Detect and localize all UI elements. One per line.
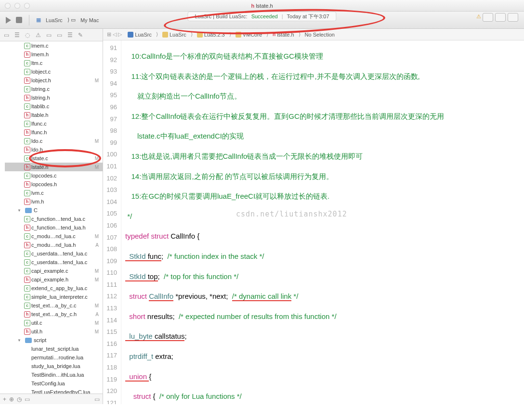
navigator-sidebar: ▭☰◌⚠▭▭☰✎ clmem.chlmem.hcltm.cclobject.ch… <box>0 29 103 404</box>
file-type-icon: h <box>24 129 30 136</box>
file-row[interactable]: hlopcodes.h <box>5 180 103 189</box>
file-row[interactable]: clvm.c <box>5 189 103 197</box>
file-row[interactable]: hlstring.h <box>5 93 103 102</box>
file-row[interactable]: cc_function…tend_lua.c <box>5 215 103 223</box>
file-row[interactable]: cutil.cM <box>5 318 103 327</box>
file-row[interactable]: hldo.h <box>5 145 103 154</box>
folder-icon <box>236 32 241 38</box>
window-title: lstate.h <box>256 3 273 9</box>
folder-row[interactable]: C <box>5 206 103 215</box>
file-row[interactable]: cc_modu…nd_lua.cM <box>5 232 103 241</box>
navigator-tabs[interactable]: ▭☰◌⚠▭▭☰✎ <box>0 29 103 41</box>
file-type-icon: c <box>24 320 30 326</box>
sidebar-bottom-bar[interactable]: +⊕◷▭▭ <box>0 394 103 404</box>
file-row[interactable]: hlvm.h <box>5 197 103 206</box>
file-type-icon: c <box>24 285 30 292</box>
file-type-icon: c <box>24 251 30 257</box>
file-type-icon: c <box>24 294 30 300</box>
file-type-icon: h <box>24 112 30 118</box>
file-row[interactable]: lunar_test_script.lua <box>5 344 103 353</box>
file-row[interactable]: cltablib.c <box>5 102 103 111</box>
panel-toggles[interactable] <box>483 13 518 22</box>
file-row[interactable]: hlfunc.h <box>5 128 103 137</box>
device-icon: ⟩ ▭ <box>67 17 76 23</box>
file-row[interactable]: clopcodes.c <box>5 171 103 180</box>
file-row[interactable]: hc_function…tend_lua.h <box>5 223 103 232</box>
file-row[interactable]: clobject.c <box>5 67 103 76</box>
header-file-icon: h <box>273 32 275 37</box>
file-type-icon: c <box>24 60 30 66</box>
file-row[interactable]: clfunc.c <box>5 119 103 128</box>
file-type-icon: c <box>24 216 30 222</box>
file-type-icon: h <box>24 164 30 170</box>
file-row[interactable]: TestConfig.lua <box>5 379 103 388</box>
file-type-icon: c <box>24 103 30 110</box>
scheme-name[interactable]: LuaSrc <box>46 17 63 23</box>
file-type-icon: c <box>24 138 30 144</box>
file-row[interactable]: hc_modu…nd_lua.hA <box>5 241 103 249</box>
file-row[interactable]: cltm.c <box>5 59 103 67</box>
file-row[interactable]: ctest_ext…a_by_c.cM <box>5 301 103 310</box>
jump-bar[interactable]: ⊞ ◁ ▷ LuaSrc LuaSrc Lua5.2.3 VMCore hlst… <box>103 29 524 40</box>
project-icon <box>128 32 133 38</box>
file-row[interactable]: cc_userdata…tend_lua.c <box>5 258 103 267</box>
file-type-icon: h <box>24 242 30 248</box>
file-type-icon: c <box>24 86 30 92</box>
file-type-icon: c <box>24 43 30 49</box>
header-file-icon: h <box>251 3 254 9</box>
file-row[interactable]: cextend_c_app_by_lua.c <box>5 284 103 293</box>
folder-icon <box>162 32 168 38</box>
run-button[interactable] <box>6 17 11 24</box>
file-row[interactable]: hlstate.hM <box>5 163 103 171</box>
window-traffic-lights[interactable] <box>5 3 30 9</box>
folder-row[interactable]: script <box>5 336 103 344</box>
file-row[interactable]: TestLuaExtendedbyC.lua <box>5 388 103 394</box>
file-row[interactable]: cldo.cM <box>5 137 103 145</box>
file-row[interactable]: hltable.h <box>5 111 103 119</box>
code-editor[interactable]: 9192939495969798991001011021031041051061… <box>103 40 524 404</box>
file-row[interactable]: hlmem.h <box>5 50 103 59</box>
file-type-icon: c <box>24 268 30 274</box>
file-type-icon: h <box>24 51 30 58</box>
file-row[interactable]: ccapi_example.cM <box>5 267 103 275</box>
file-row[interactable]: htest_ext…a_by_c.hA <box>5 310 103 318</box>
code-content[interactable]: 10:CallInfo是一个标准的双向链表结构,不直接被GC模块管理 11:这个… <box>121 40 524 404</box>
file-type-icon: h <box>24 147 30 153</box>
file-type-icon: c <box>24 121 30 127</box>
file-type-icon: h <box>24 311 30 318</box>
file-type-icon: c <box>24 190 30 196</box>
file-type-icon: h <box>24 199 30 205</box>
file-row[interactable]: clstate.cM <box>5 154 103 163</box>
line-gutter: 9192939495969798991001011021031041051061… <box>103 40 121 404</box>
titlebar: hlstate.h <box>0 0 524 12</box>
file-type-icon: h <box>24 181 30 188</box>
file-type-icon: h <box>24 225 30 231</box>
file-type-icon: h <box>24 329 30 335</box>
file-row[interactable]: permutati…routine.lua <box>5 353 103 362</box>
file-row[interactable]: TestBindin…ithLua.lua <box>5 370 103 379</box>
file-type-icon: c <box>24 233 30 240</box>
file-type-icon: h <box>24 277 30 283</box>
file-type-icon: c <box>24 155 30 162</box>
file-row[interactable]: hcapi_example.hM <box>5 275 103 284</box>
file-row[interactable]: cc_userdata…tend_lua.c <box>5 249 103 258</box>
file-row[interactable]: study_lua_bridge.lua <box>5 362 103 370</box>
scheme-icon: ▦ <box>36 17 41 23</box>
file-type-icon: c <box>24 69 30 75</box>
stop-button[interactable] <box>16 17 22 23</box>
device-name[interactable]: My Mac <box>80 17 99 23</box>
file-row[interactable]: hlobject.hM <box>5 76 103 85</box>
file-type-icon: c <box>24 303 30 309</box>
file-type-icon: c <box>24 259 30 266</box>
file-type-icon: h <box>24 95 30 101</box>
file-row[interactable]: clmem.c <box>5 41 103 50</box>
file-row[interactable]: clstring.c <box>5 85 103 93</box>
file-type-icon: c <box>24 173 30 179</box>
folder-icon <box>197 32 203 38</box>
file-row[interactable]: csimple_lua_interpreter.c <box>5 293 103 301</box>
file-type-icon: h <box>24 77 30 84</box>
build-status[interactable]: LuaSrc | Build LuaSrc: Succeeded | Today… <box>187 12 336 21</box>
file-row[interactable]: hutil.hM <box>5 327 103 336</box>
